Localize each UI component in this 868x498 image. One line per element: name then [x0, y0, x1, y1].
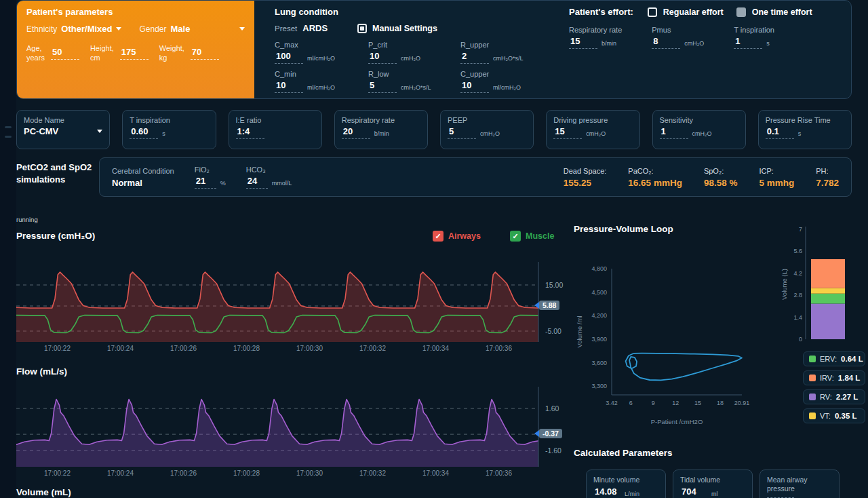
- t-inspiration-input[interactable]: 0.60: [130, 126, 158, 139]
- ethnicity-chevron-icon[interactable]: [116, 27, 121, 31]
- icp-result: ICP: 5 mmhg: [759, 167, 794, 188]
- svg-text:2.8: 2.8: [793, 292, 802, 299]
- driving-pressure-input[interactable]: 15: [553, 126, 582, 139]
- time-tick: 17:00:24: [89, 345, 152, 352]
- vt-swatch-icon: [809, 413, 816, 419]
- cupper-field: C_upper 10ml/cmH₂O: [460, 70, 564, 93]
- ph-result: PH: 7.782: [816, 167, 839, 188]
- time-tick: 17:00:32: [341, 470, 404, 477]
- flow-waveform-canvas: [16, 387, 540, 469]
- irv-legend-item: IRV: 1.84 L: [803, 370, 865, 385]
- time-tick: 17:00:24: [89, 470, 152, 477]
- svg-text:4,200: 4,200: [591, 312, 607, 319]
- top-settings-panel: Patient's parameters Ethnicity Other/Mix…: [16, 0, 852, 99]
- muscle-checkbox-icon[interactable]: ✓: [510, 231, 521, 242]
- time-tick: 17:00:34: [404, 470, 467, 477]
- svg-text:6: 6: [629, 400, 633, 406]
- airways-checkbox-icon[interactable]: ✓: [433, 231, 443, 242]
- pcrit-input[interactable]: 10: [368, 51, 397, 64]
- pv-loop-title: Pressure-Volume Loop: [574, 224, 673, 234]
- rlow-input[interactable]: 5: [368, 80, 397, 93]
- svg-text:P-Patient /cmH2O: P-Patient /cmH2O: [651, 418, 703, 425]
- svg-text:12: 12: [672, 400, 679, 406]
- flow-chart: 1.60 -0.37 -1.60: [16, 387, 570, 467]
- manual-settings-checkbox[interactable]: [357, 24, 367, 33]
- simulation-results: Dead Space: 155.25 PaCO₂: 16.65 mmHg SpO…: [564, 167, 839, 188]
- hco3-input[interactable]: 24: [246, 176, 268, 189]
- regular-effort-label: Regualar effort: [663, 7, 724, 17]
- flow-chart-title: Flow (mL/s): [16, 366, 67, 377]
- ie-ratio-input[interactable]: 1:4: [236, 126, 264, 139]
- cmin-input[interactable]: 10: [275, 80, 303, 93]
- muscle-legend-toggle[interactable]: ✓ Muscle: [510, 231, 554, 242]
- ethnicity-label: Ethnicity: [26, 24, 57, 34]
- cerebral-condition-field: Cerebral Condition Normal: [112, 167, 174, 188]
- height-input[interactable]: 175: [120, 47, 149, 60]
- age-input[interactable]: 50: [51, 47, 79, 60]
- svg-text:3,600: 3,600: [591, 360, 607, 366]
- pressure-x-axis: 17:00:22 17:00:24 17:00:26 17:00:28 17:0…: [16, 345, 538, 352]
- sensitivity-card: Sensitivity 1cmH₂O: [652, 110, 746, 149]
- time-tick: 17:00:22: [26, 470, 89, 477]
- svg-text:20.91: 20.91: [734, 400, 750, 406]
- time-tick: 17:00:28: [215, 345, 278, 352]
- patient-parameters-title: Patient's parameters: [26, 7, 245, 17]
- mode-name-card[interactable]: Mode Name PC-CMV: [16, 110, 110, 149]
- muscle-legend-label: Muscle: [526, 231, 554, 241]
- sensitivity-input[interactable]: 1: [660, 126, 688, 139]
- driving-pressure-card: Driving pressure 15cmH₂O: [546, 110, 639, 149]
- patient-effort-panel: Patient's effort: Regualar effort One ti…: [553, 1, 852, 49]
- svg-text:18: 18: [717, 400, 724, 406]
- pressure-rise-time-input[interactable]: 0.1: [766, 126, 794, 139]
- respiratory-rate-input[interactable]: 20: [342, 126, 370, 139]
- tidal-volume-card: Tidal volume 704ml: [673, 470, 753, 498]
- paco2-result: PaCO₂: 16.65 mmHg: [628, 167, 682, 188]
- weight-input[interactable]: 70: [191, 47, 219, 60]
- flow-x-axis: 17:00:22 17:00:24 17:00:26 17:00:28 17:0…: [16, 470, 538, 477]
- regular-effort-checkbox[interactable]: [648, 7, 657, 17]
- lung-condition-panel: Lung condition Preset ARDS Manual Settin…: [260, 1, 553, 93]
- one-time-effort-checkbox[interactable]: [736, 7, 746, 17]
- effort-respiratory-rate-field: Respiratory rate 15b/min: [569, 26, 622, 49]
- ethnicity-select[interactable]: Other/Mixed: [61, 24, 112, 34]
- cmax-input[interactable]: 100: [275, 51, 303, 64]
- peep-input[interactable]: 5: [448, 126, 476, 139]
- time-tick: 17:00:36: [467, 470, 530, 477]
- time-tick: 17:00:30: [278, 470, 341, 477]
- rv-legend-item: RV: 2.27 L: [803, 389, 865, 404]
- pressure-axis-top-label: 15.00: [545, 281, 563, 289]
- weight-label: Weight, kg: [159, 43, 184, 63]
- cupper-input[interactable]: 10: [460, 80, 489, 93]
- preset-select[interactable]: ARDS: [302, 23, 328, 33]
- time-tick: 17:00:28: [215, 470, 278, 477]
- svg-text:5.6: 5.6: [793, 248, 802, 254]
- rv-swatch-icon: [809, 394, 816, 400]
- effort-t-inspiration-input[interactable]: 1: [734, 36, 762, 49]
- cerebral-condition-select[interactable]: Normal: [112, 178, 174, 188]
- rupper-input[interactable]: 2: [460, 51, 489, 64]
- calculated-parameters-title: Calculated Parameters: [574, 448, 673, 458]
- patient-effort-title: Patient's effort:: [569, 7, 633, 17]
- pressure-chart: 15.00 5.88 -5.00: [16, 262, 570, 342]
- cmax-field: C_max 100ml/cmH₂O: [275, 41, 368, 64]
- height-field: Height, cm 175: [90, 43, 149, 63]
- rail-marker: [5, 136, 12, 138]
- effort-respiratory-rate-input[interactable]: 15: [569, 36, 597, 49]
- mode-select[interactable]: PC-CMV: [24, 126, 58, 136]
- gender-chevron-icon[interactable]: [239, 27, 245, 31]
- gender-select[interactable]: Male: [171, 24, 191, 34]
- time-tick: 17:00:26: [152, 470, 215, 477]
- svg-text:4.2: 4.2: [793, 270, 802, 277]
- respiratory-rate-card: Respiratory rate 20b/min: [334, 110, 428, 149]
- t-inspiration-card: T inspiration 0.60s: [122, 110, 216, 149]
- effort-t-inspiration-field: T inspiration 1s: [734, 26, 774, 49]
- patient-parameters-panel: Patient's parameters Ethnicity Other/Mix…: [17, 1, 254, 98]
- erv-swatch-icon: [809, 356, 816, 362]
- flow-axis-top-label: 1.60: [545, 404, 559, 413]
- mode-settings-row: Mode Name PC-CMV T inspiration 0.60s I:E…: [16, 110, 852, 149]
- pmus-input[interactable]: 8: [652, 36, 680, 49]
- fio2-input[interactable]: 21: [195, 176, 216, 189]
- airways-legend-toggle[interactable]: ✓ Airways: [433, 231, 481, 242]
- lung-volumes-bar-chart: 01.42.84.25.67Volume (L): [781, 224, 852, 349]
- erv-legend-item: ERV: 0.64 L: [803, 351, 865, 366]
